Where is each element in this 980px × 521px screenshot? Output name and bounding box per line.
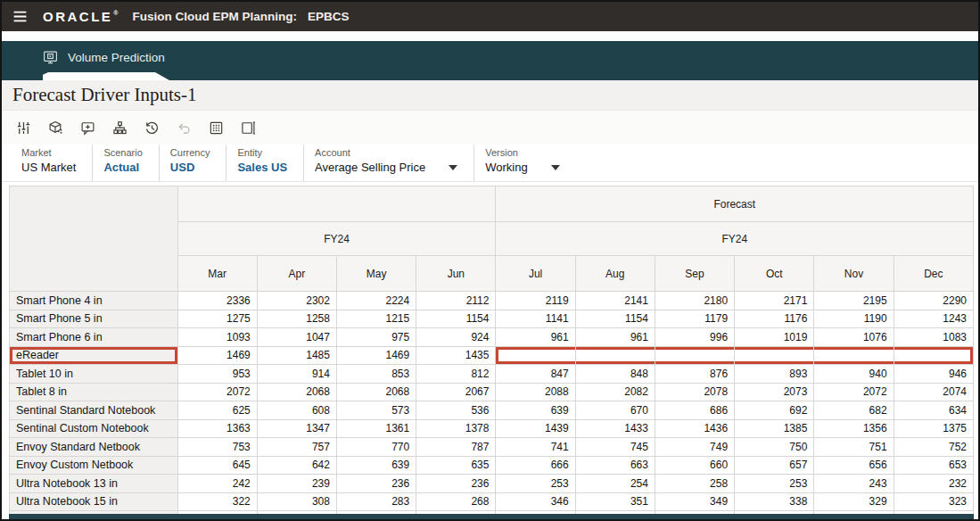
data-cell[interactable]: 639 [336, 456, 416, 475]
data-cell[interactable]: 1215 [336, 310, 416, 328]
pov-value[interactable]: Working [485, 161, 559, 174]
data-cell[interactable]: 639 [496, 401, 575, 420]
data-cell[interactable]: 2072 [177, 383, 257, 401]
data-cell[interactable]: 338 [735, 492, 814, 511]
pov-market[interactable]: MarketUS Market [11, 145, 92, 181]
data-cell[interactable]: 996 [655, 328, 734, 347]
data-cell[interactable]: 232 [894, 475, 973, 493]
row-label-smart-phone-6-in[interactable]: Smart Phone 6 in [10, 328, 178, 347]
data-cell[interactable]: 242 [177, 475, 257, 493]
month-header-mar[interactable]: Mar [177, 256, 257, 292]
row-label-smart-phone-4-in[interactable]: Smart Phone 4 in [10, 292, 178, 310]
add-comment-icon[interactable] [78, 119, 96, 136]
month-header-jun[interactable]: Jun [416, 256, 496, 292]
data-cell[interactable]: 893 [735, 365, 814, 384]
format-sliders-icon[interactable] [14, 119, 32, 136]
member-hierarchy-icon[interactable] [111, 119, 128, 136]
pov-version[interactable]: VersionWorking [474, 145, 575, 181]
data-cell[interactable]: 656 [814, 456, 894, 475]
month-header-nov[interactable]: Nov [814, 256, 894, 292]
data-cell[interactable]: 1363 [177, 419, 257, 438]
data-cell[interactable]: 2290 [894, 292, 973, 310]
horizontal-scrollbar[interactable] [9, 514, 974, 519]
data-cell[interactable]: 2112 [416, 292, 496, 310]
data-cell[interactable]: 1243 [894, 310, 973, 328]
data-cell[interactable]: 1019 [735, 328, 814, 347]
data-cell[interactable] [655, 346, 734, 365]
open-window-icon[interactable] [239, 119, 257, 136]
data-cell[interactable]: 753 [177, 438, 257, 457]
data-cell[interactable]: 924 [416, 328, 496, 347]
hamburger-icon[interactable] [11, 8, 29, 26]
row-label-envoy-custom-netbook[interactable]: Envoy Custom Netbook [10, 456, 178, 475]
data-cell[interactable]: 914 [257, 365, 336, 384]
data-cell[interactable]: 239 [257, 475, 336, 493]
month-header-aug[interactable]: Aug [575, 256, 655, 292]
data-cell[interactable]: 322 [177, 492, 257, 511]
data-cell[interactable]: 2195 [814, 292, 894, 310]
month-header-apr[interactable]: Apr [257, 256, 336, 292]
data-cell[interactable]: 961 [575, 328, 655, 347]
data-cell[interactable]: 1485 [257, 346, 336, 365]
data-cell[interactable]: 940 [814, 365, 894, 384]
row-label-sentinal-standard-notebook[interactable]: Sentinal Standard Notebook [10, 401, 178, 420]
pov-value[interactable]: Actual [103, 161, 142, 174]
row-label-ereader[interactable]: eReader [10, 346, 178, 365]
data-cell[interactable]: 2336 [177, 292, 257, 310]
data-cell[interactable]: 752 [894, 438, 973, 457]
data-cell[interactable] [496, 346, 575, 365]
data-cell[interactable]: 2180 [655, 292, 734, 310]
data-cell[interactable]: 253 [496, 475, 575, 493]
pov-account[interactable]: AccountAverage Selling Price [303, 145, 474, 181]
data-cell[interactable]: 2088 [496, 383, 575, 401]
row-label-smart-phone-5-in[interactable]: Smart Phone 5 in [10, 310, 178, 328]
data-cell[interactable]: 847 [496, 365, 575, 384]
data-cell[interactable]: 2068 [336, 383, 416, 401]
data-cell[interactable]: 2171 [735, 292, 814, 310]
data-cell[interactable]: 853 [336, 365, 416, 384]
data-cell[interactable]: 751 [814, 438, 894, 457]
data-cell[interactable]: 1083 [894, 328, 973, 347]
data-cell[interactable] [735, 346, 814, 365]
data-cell[interactable]: 2072 [814, 383, 894, 401]
data-cell[interactable]: 946 [894, 365, 973, 384]
row-label-tablet-10-in[interactable]: Tablet 10 in [10, 365, 178, 384]
data-cell[interactable]: 2074 [894, 383, 973, 401]
data-cell[interactable]: 1258 [257, 310, 336, 328]
data-cell[interactable]: 1356 [814, 419, 894, 438]
pov-scenario[interactable]: ScenarioActual [92, 145, 158, 181]
data-cell[interactable]: 625 [177, 401, 257, 420]
data-cell[interactable]: 642 [257, 456, 336, 475]
data-cell[interactable]: 258 [655, 475, 734, 493]
data-cell[interactable]: 329 [814, 492, 894, 511]
data-cell[interactable]: 2068 [257, 383, 336, 401]
month-header-sep[interactable]: Sep [655, 256, 734, 292]
data-cell[interactable] [894, 346, 973, 365]
data-cell[interactable]: 1439 [496, 419, 575, 438]
data-cell[interactable]: 253 [735, 475, 814, 493]
pov-value[interactable]: US Market [21, 161, 76, 174]
data-cell[interactable]: 1469 [177, 346, 257, 365]
data-cell[interactable]: 653 [894, 456, 973, 475]
data-cell[interactable]: 635 [416, 456, 496, 475]
data-cell[interactable]: 308 [257, 492, 336, 511]
data-cell[interactable]: 243 [814, 475, 894, 493]
data-cell[interactable]: 848 [575, 365, 655, 384]
data-cell[interactable]: 1176 [735, 310, 814, 328]
data-cell[interactable]: 1435 [416, 346, 496, 365]
data-cell[interactable]: 283 [336, 492, 416, 511]
data-cell[interactable]: 346 [496, 492, 575, 511]
data-cell[interactable]: 536 [416, 401, 496, 420]
data-cell[interactable]: 2078 [655, 383, 734, 401]
data-cell[interactable]: 1436 [655, 419, 734, 438]
month-header-oct[interactable]: Oct [735, 256, 814, 292]
data-cell[interactable]: 1179 [655, 310, 734, 328]
data-cell[interactable] [814, 346, 894, 365]
pov-value[interactable]: Average Selling Price [315, 161, 457, 174]
analyze-cube-icon[interactable] [46, 119, 64, 136]
data-cell[interactable]: 682 [814, 401, 894, 420]
data-cell[interactable]: 657 [735, 456, 814, 475]
data-cell[interactable]: 741 [496, 438, 575, 457]
pov-entity[interactable]: EntitySales US [226, 145, 303, 181]
row-label-tablet-8-in[interactable]: Tablet 8 in [10, 383, 178, 401]
